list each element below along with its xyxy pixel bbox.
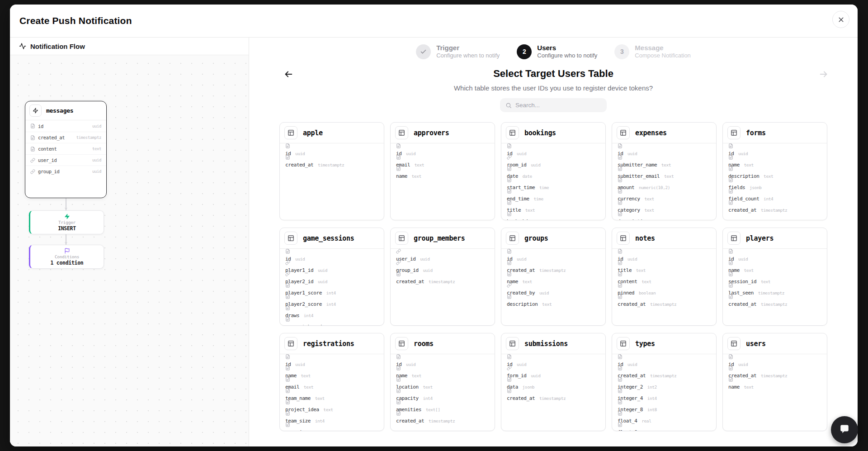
field-type: text (661, 162, 671, 167)
table-card-group_members[interactable]: group_members user_id uuid group_id uuid… (390, 228, 495, 326)
step-subtitle: Configure who to notify (537, 52, 597, 59)
search-box[interactable] (500, 98, 607, 112)
field-type: text (318, 430, 327, 431)
flow-node-title: messages (46, 107, 73, 114)
field-row: id uuid (723, 143, 827, 155)
field-type: text[] (426, 407, 440, 412)
step-title: Trigger (436, 44, 500, 52)
document-icon (30, 147, 35, 152)
document-icon (618, 354, 711, 359)
field-row: id uuid (280, 143, 384, 155)
link-icon (30, 158, 35, 163)
close-button[interactable] (832, 11, 849, 28)
field-type: text (664, 174, 674, 179)
link-icon (30, 169, 35, 174)
field-name: name (728, 384, 740, 390)
field-type: uuid (295, 256, 305, 261)
document-icon (396, 143, 489, 148)
field-type: timestamptz (539, 396, 566, 401)
table-icon (395, 232, 408, 245)
field-type: uuid (423, 268, 432, 273)
field-type: text (744, 162, 754, 167)
field-name: player2_score (285, 301, 322, 307)
table-card-notes[interactable]: notes id uuid title text content text pi… (612, 228, 717, 326)
table-card-title: rooms (414, 340, 434, 348)
field-type: uuid (738, 256, 748, 261)
flow-node-conditions[interactable]: Conditions 1 condition (29, 245, 104, 269)
table-card-title: users (746, 340, 766, 348)
table-field-list: id uuid name text description text field… (723, 143, 827, 211)
conditions-node-value: 1 condition (51, 260, 84, 266)
field-type: numeric(10,2) (639, 185, 670, 190)
field-type: text (537, 219, 546, 220)
field-type: uuid (318, 268, 327, 273)
flow-panel-title: Notification Flow (30, 43, 85, 50)
table-card-bookings[interactable]: bookings id uuid room_id uuid date date … (501, 122, 606, 220)
table-card-title: submissions (524, 340, 568, 348)
field-row: user_id uuid (25, 154, 106, 166)
conditions-node-label: Conditions (55, 254, 79, 259)
table-card-groups[interactable]: groups id uuid created_at timestamptz na… (501, 228, 606, 326)
field-row: created_at timestamptz (25, 132, 106, 143)
field-type: text (412, 174, 421, 179)
table-card-title: forms (746, 129, 766, 137)
field-name: player1_score (285, 290, 322, 296)
search-input[interactable] (515, 102, 601, 109)
table-field-list: user_id uuid group_id uuid created_at ti… (391, 249, 495, 283)
field-type: timestamptz (758, 290, 785, 295)
field-name: user_id (38, 157, 57, 163)
field-type: int2 (647, 385, 657, 389)
field-row: id uuid (501, 249, 605, 260)
step-circle: 2 (517, 44, 532, 59)
page-subtitle: Which table stores the user IDs you use … (249, 84, 858, 92)
table-card-game_sessions[interactable]: game_sessions id uuid player1_id uuid pl… (279, 228, 384, 326)
table-card-rooms[interactable]: rooms id uuid name text location text ca… (390, 333, 495, 431)
table-field-list: id uuid submitter_name text submitter_em… (612, 143, 716, 220)
step-trigger[interactable]: Trigger Configure when to notify (416, 44, 500, 59)
field-type: real (642, 418, 651, 423)
table-card-apple[interactable]: apple id uuid created_at timestamptz (279, 122, 384, 220)
flow-canvas[interactable]: messages id uuid created_at timestamptz … (10, 55, 249, 446)
table-card-approvers[interactable]: approvers id uuid email text name text (390, 122, 495, 220)
field-type: text[] (326, 324, 341, 326)
table-card-registrations[interactable]: registrations id uuid name text email te… (279, 333, 384, 431)
field-type: text (323, 407, 333, 412)
table-card-users[interactable]: users id uuid created_at timestamptz nam… (722, 333, 827, 431)
flow-node-trigger[interactable]: Trigger INSERT (29, 210, 104, 234)
field-row: id uuid (25, 120, 106, 132)
link-icon (396, 249, 489, 254)
table-card-types[interactable]: types id uuid created_at timestamptz int… (612, 333, 717, 431)
table-field-list: id uuid created_at timestamptz name text (723, 354, 827, 388)
chat-widget-button[interactable] (831, 416, 858, 443)
table-card-players[interactable]: players id uuid name text session_id tex… (722, 228, 827, 326)
field-type: timestamptz (429, 418, 455, 423)
notification-flow-panel: Notification Flow messages id uuid creat… (10, 38, 249, 446)
field-type: text (644, 208, 654, 213)
field-type: text (653, 219, 662, 220)
field-type: text (542, 302, 552, 307)
table-field-list: id uuid created_at timestamptz integer_2… (612, 354, 716, 431)
field-name: submitter_name (618, 162, 657, 168)
field-type: uuid (406, 362, 415, 367)
field-type: text (636, 268, 646, 273)
step-subtitle: Configure when to notify (436, 52, 500, 59)
table-card-expenses[interactable]: expenses id uuid submitter_name text sub… (612, 122, 717, 220)
close-icon (837, 16, 845, 24)
field-row: group_id uuid (25, 166, 106, 177)
step-message[interactable]: 3 Message Compose Notification (614, 44, 691, 59)
field-type: uuid (517, 256, 526, 261)
table-card-forms[interactable]: forms id uuid name text description text… (722, 122, 827, 220)
flow-node-messages[interactable]: messages id uuid created_at timestamptz … (25, 101, 107, 198)
step-users[interactable]: 2 Users Configure who to notify (517, 44, 597, 59)
field-type: timestamptz (650, 373, 677, 378)
table-card-title: types (635, 340, 655, 348)
field-type: jsonb (523, 385, 535, 389)
document-icon (618, 143, 711, 148)
field-type: uuid (92, 158, 101, 162)
table-icon (395, 126, 408, 139)
field-name: created_at (396, 279, 424, 285)
table-card-submissions[interactable]: submissions id uuid form_id uuid data js… (501, 333, 606, 431)
field-name: created_at (728, 301, 756, 307)
flag-icon (64, 248, 70, 254)
field-type: uuid (539, 290, 549, 295)
